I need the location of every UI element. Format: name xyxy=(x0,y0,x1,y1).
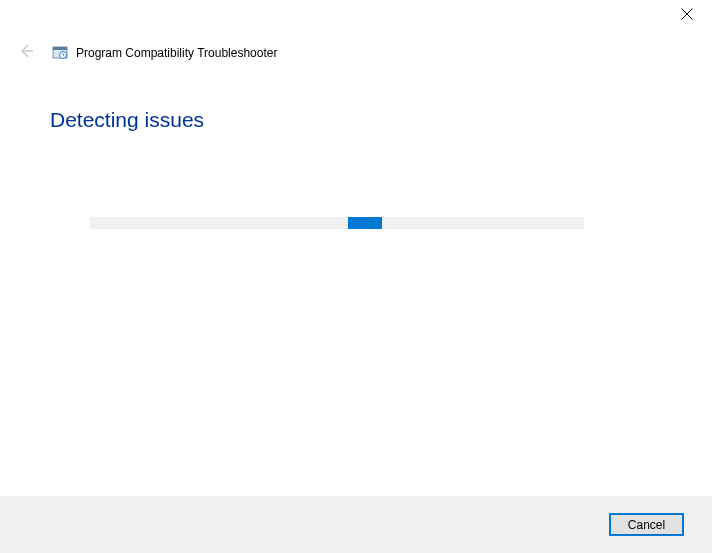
close-icon xyxy=(681,6,693,24)
header-row: Program Compatibility Troubleshooter xyxy=(0,38,712,68)
content-area: Detecting issues xyxy=(0,68,712,229)
back-arrow-icon xyxy=(18,43,34,63)
close-button[interactable] xyxy=(664,0,710,30)
window-title: Program Compatibility Troubleshooter xyxy=(76,46,277,60)
svg-rect-4 xyxy=(53,47,67,50)
footer: Cancel xyxy=(0,496,712,553)
troubleshooter-icon xyxy=(52,45,68,61)
page-heading: Detecting issues xyxy=(50,108,712,132)
cancel-button[interactable]: Cancel xyxy=(609,513,684,536)
back-button[interactable] xyxy=(14,41,38,65)
progress-indicator xyxy=(348,217,382,229)
titlebar xyxy=(0,0,712,38)
progress-bar xyxy=(90,217,584,229)
